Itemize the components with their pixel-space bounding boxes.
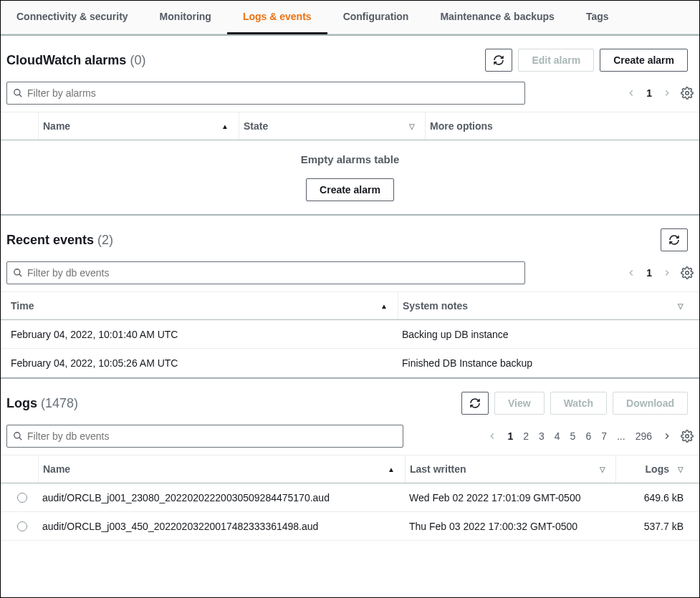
event-notes: Backing up DB instance (398, 329, 694, 340)
tab-bar: Connectivity & security Monitoring Logs … (1, 1, 699, 34)
tab-configuration[interactable]: Configuration (327, 1, 425, 34)
search-icon (13, 88, 23, 98)
alarms-panel: CloudWatch alarms (0) Edit alarm Create … (1, 34, 699, 214)
next-page-icon[interactable] (662, 268, 672, 278)
svg-point-2 (686, 92, 689, 95)
logs-col-name[interactable]: Name▲ (38, 455, 405, 483)
svg-line-4 (19, 274, 22, 277)
events-table-header: Time▲ System notes▽ (1, 291, 699, 320)
svg-point-8 (686, 435, 689, 438)
svg-point-0 (14, 90, 20, 95)
svg-line-1 (19, 95, 22, 97)
event-time: February 04, 2022, 10:01:40 AM UTC (6, 329, 398, 340)
events-settings-icon[interactable] (681, 266, 694, 279)
logs-search-input[interactable] (27, 426, 397, 446)
download-log-button[interactable]: Download (613, 392, 688, 415)
log-row[interactable]: audit/ORCLB_j003_450_2022020322001748233… (1, 512, 699, 541)
alarms-col-name[interactable]: Name▲ (38, 112, 239, 140)
next-page-icon[interactable] (662, 88, 672, 98)
page-link[interactable]: 6 (585, 430, 591, 442)
events-search-wrap[interactable] (6, 261, 525, 284)
alarms-search-input[interactable] (27, 83, 519, 103)
page-link[interactable]: 5 (570, 430, 576, 442)
refresh-alarms-button[interactable] (485, 49, 512, 72)
log-size: 649.6 kB (615, 492, 694, 503)
events-pager: 1 (626, 267, 672, 279)
events-row: February 04, 2022, 10:01:40 AM UTC Backi… (1, 320, 699, 349)
alarms-settings-icon[interactable] (681, 87, 694, 100)
watch-log-button[interactable]: Watch (550, 392, 607, 415)
events-panel: Recent events (2) 1 Time▲ System notes▽ (1, 214, 699, 377)
svg-line-7 (19, 438, 22, 440)
tab-connectivity[interactable]: Connectivity & security (1, 1, 144, 34)
page-link[interactable]: 1 (507, 430, 513, 442)
log-size: 537.7 kB (615, 521, 694, 532)
logs-title: Logs (1478) (6, 396, 78, 411)
alarms-table-header: Name▲ State▽ More options (1, 112, 699, 140)
events-count: (2) (97, 233, 113, 247)
page-link[interactable]: 7 (601, 430, 607, 442)
search-icon (13, 268, 23, 278)
logs-col-size[interactable]: Logs▽ (615, 455, 694, 483)
log-last-written: Wed Feb 02 2022 17:01:09 GMT-0500 (405, 492, 615, 503)
page-link[interactable]: 3 (539, 430, 545, 442)
edit-alarm-button[interactable]: Edit alarm (518, 49, 594, 72)
events-col-notes[interactable]: System notes▽ (398, 292, 694, 319)
create-alarm-empty-button[interactable]: Create alarm (306, 178, 394, 201)
tab-maintenance-backups[interactable]: Maintenance & backups (424, 1, 570, 34)
log-last-written: Thu Feb 03 2022 17:00:32 GMT-0500 (405, 521, 615, 532)
event-time: February 04, 2022, 10:05:26 AM UTC (6, 357, 398, 369)
view-log-button[interactable]: View (494, 392, 545, 415)
alarms-pager: 1 (626, 87, 672, 99)
page-link[interactable]: 4 (555, 430, 560, 442)
prev-page-icon[interactable] (626, 88, 636, 98)
log-row-radio[interactable] (17, 521, 27, 531)
log-row-radio[interactable] (17, 493, 27, 503)
page-link[interactable]: 296 (636, 430, 652, 442)
logs-table-header: Name▲ Last written▽ Logs▽ (1, 455, 699, 483)
log-name: audit/ORCLB_j001_23080_20220202220030509… (38, 492, 405, 503)
logs-panel: Logs (1478) View Watch Download 1 2 3 4 … (1, 377, 699, 541)
svg-point-6 (14, 433, 20, 438)
search-icon (13, 431, 23, 441)
events-title: Recent events (2) (6, 233, 113, 248)
alarms-page-number: 1 (643, 87, 655, 99)
alarms-title: CloudWatch alarms (0) (6, 53, 145, 68)
refresh-events-button[interactable] (661, 228, 688, 251)
logs-col-last[interactable]: Last written▽ (405, 455, 615, 483)
logs-pager: 1 2 3 4 5 6 7 ... 296 (487, 430, 672, 442)
next-page-icon[interactable] (662, 431, 672, 441)
prev-page-icon[interactable] (487, 431, 497, 441)
log-name: audit/ORCLB_j003_450_2022020322001748233… (38, 521, 405, 532)
event-notes: Finished DB Instance backup (398, 357, 694, 369)
tab-logs-events[interactable]: Logs & events (227, 1, 327, 34)
svg-point-5 (686, 271, 689, 275)
prev-page-icon[interactable] (626, 268, 636, 278)
logs-count: (1478) (41, 396, 78, 410)
alarms-count: (0) (130, 53, 145, 67)
tab-tags[interactable]: Tags (570, 1, 625, 34)
log-row[interactable]: audit/ORCLB_j001_23080_20220202220030509… (1, 483, 699, 512)
logs-settings-icon[interactable] (681, 430, 694, 443)
alarms-empty-text: Empty alarms table (1, 140, 699, 178)
events-page-number: 1 (643, 267, 655, 279)
create-alarm-button[interactable]: Create alarm (600, 49, 688, 72)
events-col-time[interactable]: Time▲ (6, 292, 398, 319)
svg-point-3 (14, 269, 20, 275)
events-row: February 04, 2022, 10:05:26 AM UTC Finis… (1, 349, 699, 377)
tab-monitoring[interactable]: Monitoring (144, 1, 227, 34)
alarms-col-more[interactable]: More options (425, 112, 694, 140)
logs-search-wrap[interactable] (6, 425, 403, 448)
page-ellipsis: ... (617, 430, 625, 442)
events-search-input[interactable] (27, 263, 519, 283)
alarms-col-state[interactable]: State▽ (239, 112, 425, 140)
refresh-logs-button[interactable] (461, 392, 489, 415)
alarms-search-wrap[interactable] (6, 82, 525, 105)
page-link[interactable]: 2 (523, 430, 529, 442)
